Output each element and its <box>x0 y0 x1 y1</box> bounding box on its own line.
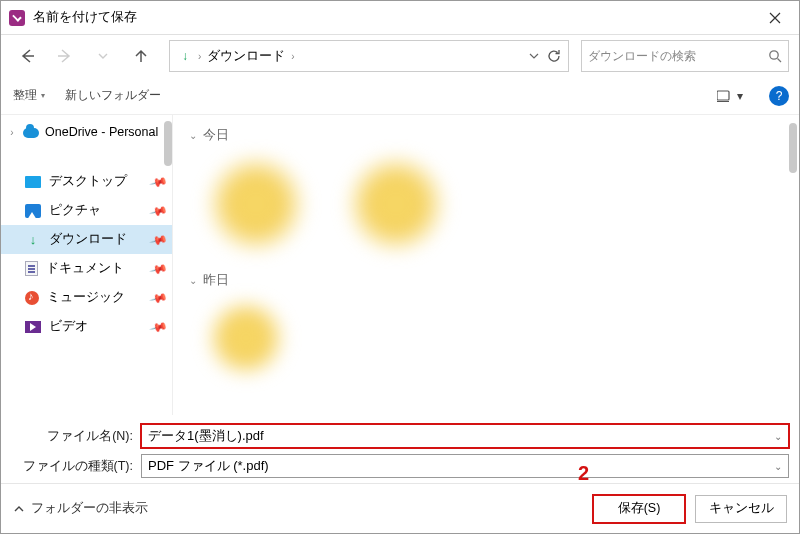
filename-input[interactable]: データ1(墨消し).pdf ⌄ <box>141 424 789 448</box>
recent-locations-button[interactable] <box>87 40 119 72</box>
thumbnails-today <box>189 150 791 266</box>
titlebar: 名前を付けて保存 <box>1 1 799 35</box>
file-thumbnail[interactable] <box>201 299 291 377</box>
thumbnails-yesterday <box>189 295 791 389</box>
pin-icon: 📌 <box>149 201 169 221</box>
save-button[interactable]: 保存(S) <box>593 495 685 523</box>
forward-button[interactable] <box>49 40 81 72</box>
form-panel: ファイル名(N): データ1(墨消し).pdf ⌄ ファイルの種類(T): PD… <box>1 415 799 483</box>
filetype-select[interactable]: PDF ファイル (*.pdf) ⌄ <box>141 454 789 478</box>
refresh-icon[interactable] <box>546 48 562 64</box>
sidebar-scrollbar[interactable] <box>164 121 172 166</box>
group-header-today[interactable]: ⌄ 今日 <box>189 121 791 150</box>
cancel-button[interactable]: キャンセル <box>695 495 787 523</box>
sidebar-item-videos[interactable]: ビデオ 📌 <box>1 312 172 341</box>
onedrive-icon <box>23 128 39 138</box>
document-icon <box>25 261 38 276</box>
chevron-down-icon: ⌄ <box>189 130 197 141</box>
close-icon <box>769 12 781 24</box>
up-button[interactable] <box>125 40 157 72</box>
sidebar: › OneDrive - Personal デスクトップ 📌 ピクチャ 📌 ↓ … <box>1 115 173 415</box>
search-input[interactable]: ダウンロードの検索 <box>581 40 789 72</box>
sidebar-item-music[interactable]: ミュージック 📌 <box>1 283 172 312</box>
file-thumbnail[interactable] <box>341 154 451 254</box>
chevron-down-icon: ▾ <box>41 91 45 100</box>
organize-button[interactable]: 整理 ▾ <box>11 83 47 108</box>
svg-rect-1 <box>717 91 729 100</box>
search-icon <box>768 49 782 63</box>
help-button[interactable]: ? <box>769 86 789 106</box>
view-icon <box>717 90 733 102</box>
filetype-label: ファイルの種類(T): <box>13 458 133 475</box>
navigation-row: ↓ › ダウンロード › ダウンロードの検索 <box>1 35 799 77</box>
breadcrumb-separator: › <box>289 51 296 62</box>
pin-icon: 📌 <box>149 288 169 308</box>
filename-label: ファイル名(N): <box>13 428 133 445</box>
search-placeholder: ダウンロードの検索 <box>588 48 768 65</box>
pin-icon: 📌 <box>149 230 169 250</box>
sidebar-item-onedrive[interactable]: › OneDrive - Personal <box>1 119 172 145</box>
annotation-2: 2 <box>578 462 589 485</box>
chevron-down-icon[interactable]: ⌄ <box>770 461 786 472</box>
address-bar[interactable]: ↓ › ダウンロード › <box>169 40 569 72</box>
pin-icon: 📌 <box>149 259 169 279</box>
chevron-down-icon[interactable]: ⌄ <box>770 431 786 442</box>
file-list[interactable]: ⌄ 今日 ⌄ 昨日 1 <box>173 115 799 415</box>
downloads-icon: ↓ <box>25 233 41 247</box>
chevron-up-icon <box>13 503 25 515</box>
sidebar-item-downloads[interactable]: ↓ ダウンロード 📌 <box>1 225 172 254</box>
hide-folders-toggle[interactable]: フォルダーの非表示 <box>13 500 148 517</box>
desktop-icon <box>25 176 41 188</box>
chevron-down-icon: ⌄ <box>189 275 197 286</box>
group-header-yesterday[interactable]: ⌄ 昨日 <box>189 266 791 295</box>
new-folder-button[interactable]: 新しいフォルダー <box>63 83 163 108</box>
sidebar-item-desktop[interactable]: デスクトップ 📌 <box>1 167 172 196</box>
downloads-icon: ↓ <box>174 49 196 63</box>
arrow-up-icon <box>133 48 149 64</box>
file-thumbnail[interactable] <box>201 154 311 254</box>
arrow-right-icon <box>57 48 73 64</box>
breadcrumb-separator: › <box>196 51 203 62</box>
toolbar: 整理 ▾ 新しいフォルダー ▾ ? <box>1 77 799 115</box>
chevron-down-icon: ▾ <box>737 89 743 103</box>
video-icon <box>25 321 41 333</box>
sidebar-item-pictures[interactable]: ピクチャ 📌 <box>1 196 172 225</box>
view-options-button[interactable]: ▾ <box>717 89 743 103</box>
pictures-icon <box>25 204 41 218</box>
breadcrumb-current[interactable]: ダウンロード <box>203 48 289 65</box>
pin-icon: 📌 <box>149 172 169 192</box>
chevron-down-icon <box>98 51 108 61</box>
back-button[interactable] <box>11 40 43 72</box>
body: › OneDrive - Personal デスクトップ 📌 ピクチャ 📌 ↓ … <box>1 115 799 415</box>
chevron-right-icon: › <box>7 127 17 138</box>
music-icon <box>25 291 39 305</box>
footer: フォルダーの非表示 2 保存(S) キャンセル <box>1 483 799 533</box>
close-button[interactable] <box>755 4 795 32</box>
sidebar-item-documents[interactable]: ドキュメント 📌 <box>1 254 172 283</box>
content-scrollbar[interactable] <box>789 123 797 173</box>
window-title: 名前を付けて保存 <box>33 9 755 26</box>
svg-point-0 <box>770 51 778 59</box>
chevron-down-icon[interactable] <box>528 50 540 62</box>
pin-icon: 📌 <box>149 317 169 337</box>
save-as-dialog: 名前を付けて保存 ↓ › ダウンロード › <box>0 0 800 534</box>
arrow-left-icon <box>19 48 35 64</box>
app-icon <box>9 10 25 26</box>
